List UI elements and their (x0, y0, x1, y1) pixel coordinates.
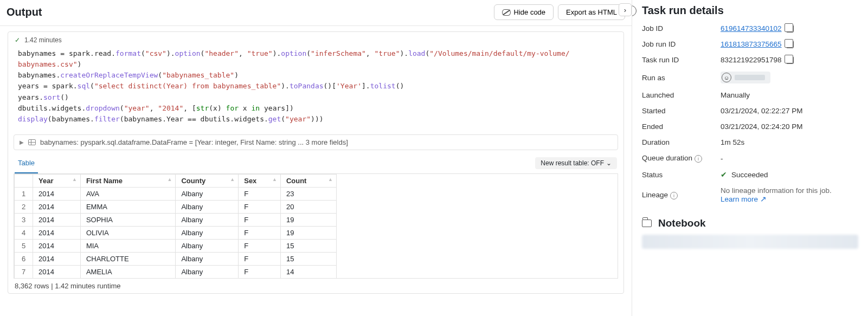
sort-icon: ▲ (272, 177, 277, 182)
table-row[interactable]: 62014CHARLOTTEAlbanyF15 (15, 252, 337, 265)
page-title: Output (7, 6, 490, 18)
job-id-link[interactable]: 619614733340102 (721, 24, 782, 33)
success-check-icon: ✓ (15, 36, 20, 44)
started-value: 03/21/2024, 02:22:27 PM (721, 107, 858, 115)
learn-more-link[interactable]: Learn more ↗ (721, 195, 767, 203)
table-row[interactable]: 42014OLIVIAAlbanyF19 (15, 226, 337, 239)
task-run-id: 832121922951798 (721, 56, 782, 64)
schema-row[interactable]: ▶ babynames: pyspark.sql.dataframe.DataF… (14, 134, 618, 150)
user-icon: ☺ (722, 73, 731, 82)
chevron-down-icon: ⌄ (606, 159, 612, 167)
lineage-text: No lineage information for this job. (721, 186, 858, 195)
col-firstname[interactable]: First Name▲ (80, 174, 176, 187)
col-rownum[interactable] (15, 174, 33, 187)
table-row[interactable]: 12014AVAAlbanyF23 (15, 187, 337, 200)
notebook-path (642, 235, 858, 249)
export-html-button[interactable]: Export as HTML (558, 4, 625, 20)
folder-icon (642, 220, 652, 227)
sort-icon: ▲ (168, 177, 172, 182)
col-sex[interactable]: Sex▲ (239, 174, 281, 187)
copy-icon[interactable] (786, 41, 794, 48)
caret-right-icon: ▶ (20, 139, 24, 145)
duration-value: 1m 52s (721, 138, 858, 146)
launched-value: Manually (721, 91, 858, 99)
table-icon (28, 139, 36, 145)
hide-code-button[interactable]: Hide code (494, 4, 554, 20)
table-row[interactable]: 72014AMELIAAlbanyF14 (15, 265, 337, 278)
queue-value: - (721, 154, 858, 163)
notebook-heading: Notebook (658, 217, 706, 229)
table-footer: 8,362 rows | 1.42 minutes runtime (8, 279, 623, 293)
copy-icon[interactable] (786, 56, 794, 64)
output-cell: ✓ 1.42 minutes babynames = spark.read.fo… (8, 31, 624, 294)
tab-table[interactable]: Table (15, 153, 38, 173)
results-table: Year▲ First Name▲ County▲ Sex▲ Count▲ 12… (14, 174, 337, 278)
job-run-id-link[interactable]: 161813873375665 (721, 40, 782, 48)
side-panel: i Task run details Job ID 61961473334010… (632, 0, 868, 316)
code-block: babynames = spark.read.format("csv").opt… (8, 48, 623, 131)
table-row[interactable]: 52014MIAAlbanyF15 (15, 239, 337, 252)
info-icon[interactable]: i (695, 155, 702, 163)
sort-icon: ▲ (328, 177, 333, 182)
info-icon[interactable]: i (670, 192, 678, 199)
collapse-panel-button[interactable]: › (619, 3, 632, 16)
eye-off-icon (502, 9, 511, 16)
copy-icon[interactable] (786, 25, 794, 33)
table-row[interactable]: 22014EMMAAlbanyF20 (15, 200, 337, 213)
success-icon: ✔ (721, 170, 727, 179)
side-title: Task run details (642, 4, 724, 17)
info-icon: i (632, 5, 636, 16)
sort-icon: ▲ (230, 177, 235, 182)
result-table-toggle[interactable]: New result table: OFF ⌄ (535, 157, 617, 169)
col-county[interactable]: County▲ (176, 174, 239, 187)
run-as-user[interactable]: ☺ (721, 72, 770, 83)
cell-duration: 1.42 minutes (24, 36, 62, 44)
ended-value: 03/21/2024, 02:24:20 PM (721, 122, 858, 131)
col-year[interactable]: Year▲ (33, 174, 81, 187)
table-row[interactable]: 32014SOPHIAAlbanyF19 (15, 213, 337, 226)
col-count[interactable]: Count▲ (280, 174, 336, 187)
sort-icon: ▲ (72, 177, 77, 182)
